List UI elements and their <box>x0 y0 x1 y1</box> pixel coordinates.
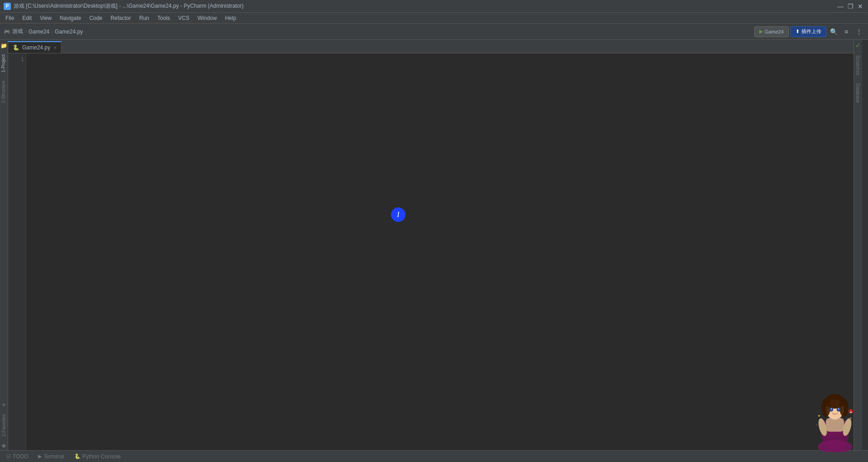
toolbar: 🎮 游戏 › Game24 › Game24.py ▶ Game24 ⬆ 插件上… <box>0 24 868 40</box>
minimize-button[interactable]: — <box>836 2 844 10</box>
left-sidebar-tabs: 📁 1-Project 2-Structure + 2-Favorites ★ <box>0 40 8 450</box>
terminal-icon: ▶ <box>38 453 42 459</box>
menu-help[interactable]: Help <box>222 14 240 22</box>
folder-icon[interactable]: 📁 <box>0 42 8 50</box>
tab-todo[interactable]: ☑ TODO <box>2 452 33 462</box>
project-run-button[interactable]: ▶ Game24 <box>754 26 789 37</box>
menu-edit[interactable]: Edit <box>19 14 35 22</box>
upload-label: 插件上传 <box>801 28 821 35</box>
star-icon[interactable]: ★ <box>0 442 8 449</box>
line-numbers: 1 <box>8 53 26 450</box>
upload-button[interactable]: ⬆ 插件上传 <box>791 26 826 37</box>
upload-icon: ⬆ <box>796 29 800 34</box>
close-button[interactable]: ✕ <box>856 2 864 10</box>
editor-container: 🐍 Game24.py × 1 I <box>8 40 854 450</box>
breadcrumb-folder1[interactable]: 游戏 <box>12 28 23 35</box>
menu-vcs[interactable]: VCS <box>174 14 193 22</box>
sidebar-tab-structure[interactable]: 2-Structure <box>0 77 8 106</box>
sidebar-scratches[interactable]: Scratches <box>854 52 861 79</box>
menu-refactor[interactable]: Refactor <box>107 14 135 22</box>
project-label: Game24 <box>765 29 784 34</box>
run-icon: ▶ <box>759 29 763 34</box>
tab-close-button[interactable]: × <box>54 45 57 50</box>
menu-code[interactable]: Code <box>86 14 106 22</box>
menu-run[interactable]: Run <box>135 14 153 22</box>
tab-game24py[interactable]: 🐍 Game24.py × <box>8 41 62 53</box>
tab-python-console[interactable]: 🐍 Python Console <box>70 452 125 462</box>
title-left: P 游戏 [C:\Users\Administrator\Desktop\游戏]… <box>4 2 243 10</box>
title-bar: P 游戏 [C:\Users\Administrator\Desktop\游戏]… <box>0 0 868 13</box>
tab-label: Game24.py <box>22 44 50 51</box>
toolbar-right: ▶ Game24 ⬆ 插件上传 🔍 ≡ ⋮ <box>754 26 864 37</box>
window-controls: — ❐ ✕ <box>836 2 864 10</box>
sidebar-tab-project[interactable]: 1-Project <box>0 51 8 76</box>
right-sidebar: ✓ Scratches Database <box>854 40 862 450</box>
breadcrumb-file[interactable]: Game24.py <box>55 29 83 35</box>
line-number-1: 1 <box>8 55 24 63</box>
editor-area: 1 I <box>8 53 854 450</box>
menu-bar: File Edit View Navigate Code Refactor Ru… <box>0 13 868 24</box>
search-toolbar-button[interactable]: 🔍 <box>828 26 839 37</box>
breadcrumb-project[interactable]: 🎮 <box>4 29 10 35</box>
sidebar-tab-favorites[interactable]: 2-Favorites <box>0 410 7 440</box>
menu-navigate[interactable]: Navigate <box>56 14 85 22</box>
list-icon[interactable]: ≡ <box>841 26 852 37</box>
tab-python-console-label: Python Console <box>82 453 121 460</box>
bottom-panel-tabs: ☑ TODO ▶ Terminal 🐍 Python Console <box>0 450 868 462</box>
check-mark: ✓ <box>855 42 861 49</box>
tab-terminal-label: Terminal <box>43 453 64 460</box>
more-icon[interactable]: ⋮ <box>854 26 864 37</box>
editor-scrollbar[interactable] <box>862 40 868 450</box>
window-title: 游戏 [C:\Users\Administrator\Desktop\游戏] -… <box>14 2 243 10</box>
breadcrumb-folder2[interactable]: Game24 <box>29 29 49 35</box>
maximize-button[interactable]: ❐ <box>846 2 854 10</box>
tab-terminal[interactable]: ▶ Terminal <box>34 452 68 462</box>
menu-file[interactable]: File <box>2 14 18 22</box>
sidebar-database[interactable]: Database <box>854 80 861 106</box>
app-icon: P <box>4 3 11 10</box>
main-layout: 📁 1-Project 2-Structure + 2-Favorites ★ … <box>0 40 868 450</box>
tab-todo-label: TODO <box>13 453 28 460</box>
menu-tools[interactable]: Tools <box>154 14 174 22</box>
menu-view[interactable]: View <box>36 14 55 22</box>
editor-tabs: 🐍 Game24.py × <box>8 40 854 53</box>
breadcrumb: 🎮 游戏 › Game24 › Game24.py <box>4 28 83 35</box>
plus-icon[interactable]: + <box>0 401 8 409</box>
todo-icon: ☑ <box>6 453 11 459</box>
menu-window[interactable]: Window <box>194 14 221 22</box>
tab-file-icon: 🐍 <box>13 44 19 51</box>
code-editor[interactable] <box>26 53 854 450</box>
python-console-icon: 🐍 <box>74 453 81 459</box>
